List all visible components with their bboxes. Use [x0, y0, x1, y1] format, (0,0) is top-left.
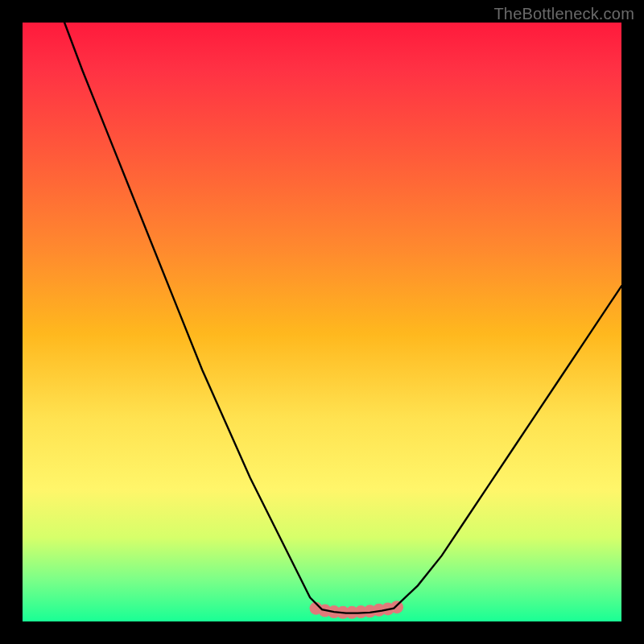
plot-area [23, 23, 621, 621]
chart-frame: TheBottleneck.com [0, 0, 644, 644]
chart-svg [23, 23, 621, 621]
watermark-text: TheBottleneck.com [493, 5, 634, 23]
bottleneck-curve [64, 23, 621, 613]
valley-dot [390, 601, 403, 613]
